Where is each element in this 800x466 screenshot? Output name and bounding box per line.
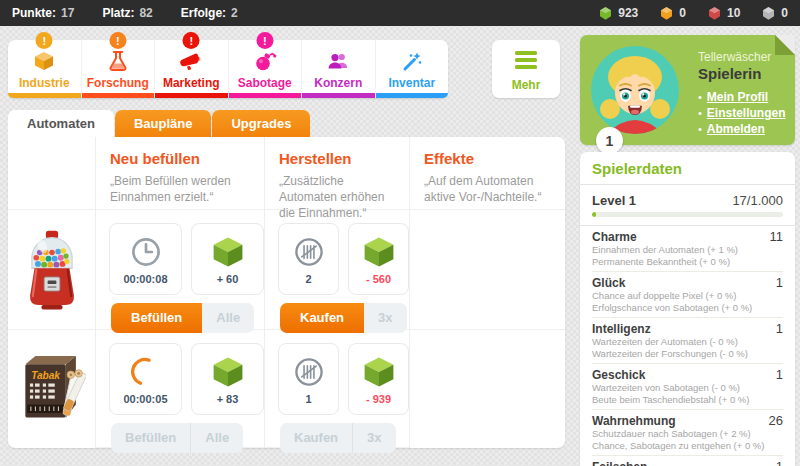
gumball-kaufen-button[interactable]: Kaufen	[280, 303, 364, 333]
tobacco-befuellen-button[interactable]: Befüllen	[111, 423, 190, 453]
player-data-title: Spielerdaten	[592, 160, 783, 177]
stat-name: Feilschen	[592, 460, 647, 466]
einstellungen-link[interactable]: Einstellungen	[707, 105, 786, 121]
tobacco-refill-buttons: Befüllen Alle	[111, 423, 243, 453]
orange-pixel-count: 0	[679, 6, 686, 20]
points-value: 17	[61, 6, 74, 20]
marketing-notification-badge: !	[183, 32, 200, 49]
tab-automaten[interactable]: Automaten	[8, 110, 114, 137]
logout-link-row: • Abmelden	[698, 121, 786, 137]
profile-link-row: • Mein Profil	[698, 89, 786, 105]
bullet: •	[698, 105, 702, 121]
gumball-produce-buttons: Kaufen 3x	[280, 303, 407, 333]
green-cube-icon	[361, 354, 397, 390]
tobacco-count-card: 1	[278, 343, 339, 415]
produce-title: Herstellen	[279, 150, 395, 167]
tally-icon	[291, 354, 327, 390]
tobacco-effects-cell	[410, 330, 565, 448]
tobacco-kaufen-button[interactable]: Kaufen	[280, 423, 352, 453]
tobacco-refill-timer-card: 00:00:05	[109, 343, 182, 415]
level-progress-value: 17/1.000	[732, 193, 783, 208]
stat-name: Intelligenz	[592, 322, 651, 336]
effects-column-header: Effekte „Auf dem Automaten aktive Vor-/N…	[410, 137, 565, 210]
stat-value: 1	[776, 275, 783, 290]
green-cube-icon	[361, 234, 397, 270]
more-button[interactable]: Mehr	[492, 40, 560, 98]
profile-card: 1 Tellerwäscher Spielerin • Mein Profil …	[580, 35, 795, 145]
level-progress-bar	[592, 212, 783, 217]
nav-label-industrie: Industrie	[19, 76, 70, 90]
nav-item-marketing[interactable]: ! Marketing	[155, 40, 229, 98]
tobacco-cost-value: - 939	[366, 393, 391, 405]
tobacco-produce-buttons: Kaufen 3x	[280, 423, 396, 453]
sub-tabs: Automaten Baupläne Upgrades	[8, 110, 310, 137]
stat-wahrnehmung: Wahrnehmung 26 Schutzdauer nach Sabotage…	[592, 410, 783, 456]
points-stat: Punkte: 17	[12, 6, 74, 20]
stat-effect-line: Chance, Sabotagen zu entgehen (+ 0 %)	[592, 440, 783, 452]
tobacco-refill-timer: 00:00:05	[123, 393, 167, 405]
gumball-befuellen-button[interactable]: Befüllen	[111, 303, 202, 333]
effects-quote: „Auf dem Automaten aktive Vor-/Nachteile…	[424, 173, 551, 205]
konzern-underline	[302, 93, 375, 98]
gumball-produce-cell: 2 - 560 Kaufen 3x	[265, 210, 410, 330]
industrie-notification-badge: !	[36, 32, 53, 49]
sabotage-notification-badge: !	[256, 32, 273, 49]
rank-stat: Platz: 82	[102, 6, 152, 20]
tab-bauplaene[interactable]: Baupläne	[115, 110, 212, 137]
gumball-income-value: + 60	[217, 273, 239, 285]
red-pixel-counter: 10	[708, 6, 740, 20]
gumball-refill-buttons: Befüllen Alle	[111, 303, 254, 333]
tobacco-3x-button[interactable]: 3x	[352, 423, 395, 453]
red-pixel-count: 10	[727, 6, 740, 20]
nav-item-industrie[interactable]: ! Industrie	[8, 40, 82, 98]
gumball-cost-value: - 560	[366, 273, 391, 285]
player-data-card: Spielerdaten Level 1 17/1.000 Charme 11 …	[580, 152, 795, 466]
refill-column-header: Neu befüllen „Beim Befüllen werden Einna…	[96, 137, 265, 210]
gumball-3x-button[interactable]: 3x	[364, 303, 406, 333]
stat-effect-line: Einnahmen der Automaten (+ 1 %)	[592, 244, 783, 256]
gumball-machine-count: 2	[305, 273, 311, 285]
produce-column-header: Herstellen „Zusätzliche Automaten erhöhe…	[265, 137, 410, 210]
divider	[580, 184, 795, 185]
silver-pixel-icon	[762, 7, 775, 20]
bullet: •	[698, 89, 702, 105]
gumball-income-card: + 60	[191, 223, 264, 295]
level-badge: 1	[596, 127, 623, 154]
stat-intelligenz: Intelligenz 1 Wartezeiten der Automaten …	[592, 318, 783, 364]
nav-item-sabotage[interactable]: ! Sabotage	[229, 40, 303, 98]
nav-label-konzern: Konzern	[314, 76, 362, 90]
nav-item-inventar[interactable]: Inventar	[376, 40, 449, 98]
tobacco-income-card: + 83	[191, 343, 264, 415]
tab-upgrades[interactable]: Upgrades	[212, 110, 310, 137]
rank-label: Platz:	[102, 6, 134, 20]
marketing-underline	[155, 93, 228, 98]
tobacco-cost-card: - 939	[348, 343, 409, 415]
industrie-underline	[8, 93, 81, 98]
nav-item-forschung[interactable]: ! Forschung	[82, 40, 156, 98]
countdown-arc-icon	[128, 354, 164, 390]
nav-item-konzern[interactable]: Konzern	[302, 40, 376, 98]
main-nav: ! Industrie ! Forschung ! Marketing ! Sa…	[8, 40, 448, 98]
effects-title: Effekte	[424, 150, 551, 167]
stat-effect-line: Wartezeiten der Forschungen (- 0 %)	[592, 348, 783, 360]
more-button-label: Mehr	[512, 78, 541, 92]
level-progress-fill	[592, 212, 596, 217]
abmelden-link[interactable]: Abmelden	[707, 121, 765, 137]
tobacco-alle-button[interactable]: Alle	[190, 423, 243, 453]
forschung-underline	[82, 93, 155, 98]
wand-icon	[400, 48, 424, 74]
stat-name: Glück	[592, 276, 625, 290]
stat-effect-line: Erfolgschance von Sabotagen (+ 0 %)	[592, 302, 783, 314]
stat-effect-line: Permanente Bekanntheit (+ 0 %)	[592, 256, 783, 268]
settings-link-row: • Einstellungen	[698, 105, 786, 121]
avatar: 1	[591, 46, 679, 134]
stat-geschick: Geschick 1 Wartezeiten von Sabotagen (- …	[592, 364, 783, 410]
bullet: •	[698, 121, 702, 137]
topbar: Punkte: 17 Platz: 82 Erfolge: 2 923 0 10…	[0, 0, 800, 26]
stat-name: Charme	[592, 230, 637, 244]
stat-value: 1	[776, 459, 783, 466]
nav-label-forschung: Forschung	[87, 76, 149, 90]
gumball-alle-button[interactable]: Alle	[202, 303, 254, 333]
mein-profil-link[interactable]: Mein Profil	[707, 89, 768, 105]
green-cube-icon	[210, 234, 246, 270]
